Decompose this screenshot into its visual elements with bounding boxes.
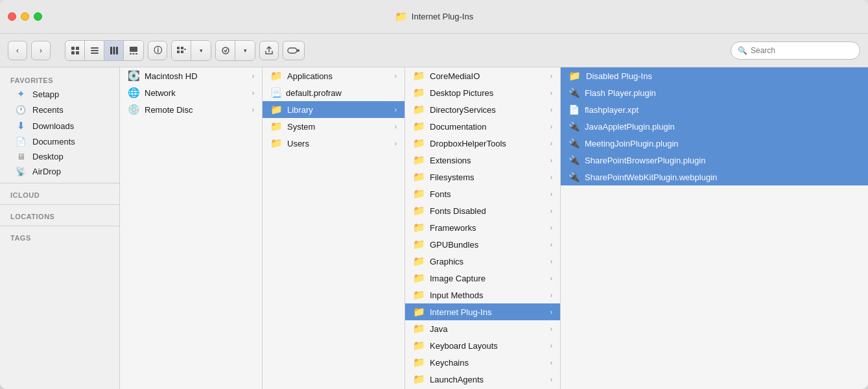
list-view-button[interactable] (85, 41, 104, 60)
disabled-plug-ins-folder-icon: 📁 (569, 70, 581, 82)
svg-rect-10 (130, 47, 137, 52)
col3-item-filesystems[interactable]: 📁 Filesystems › (405, 169, 560, 185)
image-capture-folder-icon: 📁 (413, 272, 425, 284)
internet-plug-ins-arrow: › (550, 309, 552, 316)
maximize-button[interactable] (34, 12, 42, 21)
columns-area: 🔍 💽 Macintosh HD › 🌐 Network › 💿 Remote … (120, 67, 868, 389)
java-arrow: › (550, 325, 552, 333)
traffic-lights (8, 12, 42, 21)
col3-item-directoryservices[interactable]: 📁 DirectoryServices › (405, 101, 560, 118)
divider-1 (0, 183, 119, 183)
col3-item-dropboxhelpertools[interactable]: 📁 DropboxHelperTools › (405, 135, 560, 152)
col2-item-system[interactable]: 📁 System › (263, 118, 405, 135)
sidebar-item-desktop[interactable]: 🖥 Desktop (4, 149, 115, 164)
sidebar-item-documents[interactable]: 📄 Documents (4, 134, 115, 149)
col3-item-documentation[interactable]: 📁 Documentation › (405, 118, 560, 135)
fonts-disabled-folder-icon: 📁 (413, 205, 425, 217)
col3-label-dropboxhelpertools: DropboxHelperTools (430, 139, 506, 148)
col3-item-image-capture[interactable]: 📁 Image Capture › (405, 270, 560, 287)
col3-item-gpubundles[interactable]: 📁 GPUBundles › (405, 236, 560, 253)
col2-item-applications[interactable]: 📁 Applications › (263, 67, 405, 84)
svg-rect-11 (130, 53, 132, 54)
col3-label-fonts: Fonts (430, 189, 451, 199)
col4-item-sharepointbrowserplugin[interactable]: 🔌 SharePointBrowserPlugin.plugin (561, 152, 868, 169)
search-box[interactable]: 🔍 (731, 41, 860, 60)
filesystems-folder-icon: 📁 (413, 171, 425, 183)
col2-item-default-profraw[interactable]: 📃 default.profraw (263, 84, 405, 101)
col2-label-library: Library (287, 105, 313, 115)
col3-item-extensions[interactable]: 📁 Extensions › (405, 152, 560, 169)
share-button[interactable] (259, 41, 279, 60)
icon-view-button[interactable] (65, 41, 85, 60)
back-button[interactable]: ‹ (8, 41, 27, 60)
col3-item-fonts[interactable]: 📁 Fonts › (405, 185, 560, 202)
documentation-arrow: › (550, 123, 552, 130)
dropboxhelpertools-folder-icon: 📁 (413, 137, 425, 149)
col3-item-desktop-pictures[interactable]: 📁 Desktop Pictures › (405, 84, 560, 101)
svg-rect-1 (76, 47, 79, 50)
svg-rect-3 (76, 51, 79, 54)
col1-label-remote-disc: Remote Disc (145, 105, 193, 115)
col3-item-coremediaio[interactable]: 📁 CoreMediaIO › (405, 67, 560, 84)
col3-item-keyboard-layouts[interactable]: 📁 Keyboard Layouts › (405, 337, 560, 354)
col4-item-disabled-plug-ins[interactable]: 📁 Disabled Plug-Ins (561, 67, 868, 84)
image-capture-arrow: › (550, 275, 552, 282)
action-chevron[interactable]: ▾ (235, 41, 255, 60)
keyboard-layouts-folder-icon: 📁 (413, 340, 425, 351)
col3-item-graphics[interactable]: 📁 Graphics › (405, 253, 560, 270)
forward-button[interactable]: › (31, 41, 51, 60)
info-button[interactable]: ⓘ (148, 41, 167, 60)
search-input[interactable] (751, 46, 853, 55)
svg-rect-8 (113, 47, 115, 54)
col1-item-macintosh-hd[interactable]: 💽 Macintosh HD › (120, 67, 262, 84)
remote-disc-icon: 💿 (128, 104, 140, 115)
col3-item-frameworks[interactable]: 📁 Frameworks › (405, 219, 560, 236)
main-content: Favorites ✦ Setapp 🕐 Recents ⬇ Downloads… (0, 67, 868, 389)
col2-label-default-profraw: default.profraw (286, 88, 342, 98)
col3-item-launchagents[interactable]: 📁 LaunchAgents › (405, 371, 560, 388)
group-button[interactable] (172, 41, 191, 60)
flash-player-plugin-icon: 🔌 (569, 88, 580, 98)
col4-item-flash-player-plugin[interactable]: 🔌 Flash Player.plugin (561, 84, 868, 101)
col2-item-library[interactable]: 📁 Library › (263, 101, 405, 118)
col2-label-system: System (287, 122, 315, 132)
divider-2 (0, 204, 119, 205)
col3-item-java[interactable]: 📁 Java › (405, 320, 560, 337)
col1-item-network[interactable]: 🌐 Network › (120, 84, 262, 101)
col4-item-javaappletplugin[interactable]: 🔌 JavaAppletPlugin.plugin (561, 118, 868, 135)
col4-item-meetingjoinplugin[interactable]: 🔌 MeetingJoinPlugin.plugin (561, 135, 868, 152)
fonts-folder-icon: 📁 (413, 188, 425, 200)
col3-label-fonts-disabled: Fonts Disabled (430, 206, 486, 216)
gallery-view-button[interactable] (124, 41, 143, 60)
action-button[interactable] (216, 41, 235, 60)
col3-label-gpubundles: GPUBundles (430, 240, 478, 250)
sidebar-item-airdrop[interactable]: 📡 AirDrop (4, 164, 115, 179)
col3-item-internet-plug-ins[interactable]: 📁 Internet Plug-Ins › (405, 303, 560, 320)
profraw-icon: 📃 (270, 88, 281, 98)
sidebar-item-label-desktop: Desktop (32, 152, 64, 161)
column-view-button[interactable] (104, 41, 124, 60)
col3-item-input-methods[interactable]: 📁 Input Methods › (405, 287, 560, 303)
close-button[interactable] (8, 12, 16, 21)
col3-label-keyboard-layouts: Keyboard Layouts (430, 341, 498, 351)
sidebar-item-downloads[interactable]: ⬇ Downloads (4, 117, 115, 134)
documents-icon: 📄 (14, 137, 27, 147)
col2-item-users[interactable]: 📁 Users › (263, 135, 405, 152)
svg-rect-5 (91, 50, 99, 51)
minimize-button[interactable] (21, 12, 29, 21)
tag-button[interactable] (283, 41, 305, 60)
sidebar-item-setapp[interactable]: ✦ Setapp (4, 86, 115, 102)
gpubundles-folder-icon: 📁 (413, 239, 425, 250)
titlebar: 📁 Internet Plug-Ins (0, 0, 868, 34)
col3-label-documentation: Documentation (430, 122, 486, 132)
col4-item-sharepointwebkitplugin[interactable]: 🔌 SharePointWebKitPlugin.webplugin (561, 169, 868, 185)
col3-item-fonts-disabled[interactable]: 📁 Fonts Disabled › (405, 202, 560, 219)
col3-item-keychains[interactable]: 📁 Keychains › (405, 354, 560, 371)
locations-label: Locations (0, 209, 119, 222)
sidebar-item-recents[interactable]: 🕐 Recents (4, 102, 115, 117)
svg-rect-0 (71, 47, 75, 50)
col4-item-flashplayer-xpt[interactable]: 📄 flashplayer.xpt (561, 101, 868, 118)
group-chevron[interactable]: ▾ (191, 41, 211, 60)
view-buttons (65, 40, 144, 61)
col1-item-remote-disc[interactable]: 💿 Remote Disc › (120, 101, 262, 118)
